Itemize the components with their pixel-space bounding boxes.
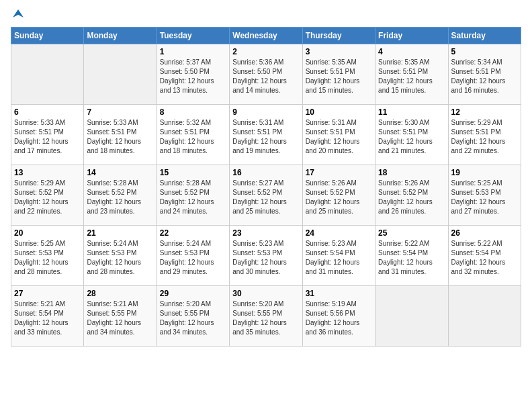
day-number: 18 — [378, 168, 445, 177]
day-info: Sunrise: 5:34 AM Sunset: 5:51 PM Dayligh… — [451, 58, 518, 95]
week-row-2: 6Sunrise: 5:33 AM Sunset: 5:51 PM Daylig… — [11, 105, 521, 165]
day-number: 14 — [87, 168, 153, 177]
col-header-wednesday: Wednesday — [230, 28, 302, 44]
col-header-sunday: Sunday — [11, 28, 84, 44]
day-cell: 21Sunrise: 5:24 AM Sunset: 5:53 PM Dayli… — [84, 226, 157, 286]
col-header-thursday: Thursday — [302, 28, 375, 44]
day-cell: 20Sunrise: 5:25 AM Sunset: 5:53 PM Dayli… — [11, 226, 84, 286]
day-cell: 15Sunrise: 5:28 AM Sunset: 5:52 PM Dayli… — [157, 165, 229, 226]
day-number: 17 — [306, 168, 372, 177]
day-cell: 5Sunrise: 5:34 AM Sunset: 5:51 PM Daylig… — [448, 44, 521, 105]
day-number: 26 — [451, 228, 518, 238]
day-cell: 3Sunrise: 5:35 AM Sunset: 5:51 PM Daylig… — [302, 44, 375, 105]
day-number: 4 — [378, 47, 445, 56]
day-number: 31 — [306, 289, 372, 298]
week-row-3: 13Sunrise: 5:29 AM Sunset: 5:52 PM Dayli… — [11, 165, 521, 226]
header — [11, 11, 521, 20]
day-cell: 22Sunrise: 5:24 AM Sunset: 5:53 PM Dayli… — [157, 226, 229, 286]
day-number: 28 — [87, 289, 153, 298]
day-number: 6 — [14, 107, 81, 117]
day-info: Sunrise: 5:21 AM Sunset: 5:54 PM Dayligh… — [14, 300, 81, 337]
day-number: 8 — [160, 107, 226, 117]
day-cell: 18Sunrise: 5:26 AM Sunset: 5:52 PM Dayli… — [375, 165, 448, 226]
day-info: Sunrise: 5:26 AM Sunset: 5:52 PM Dayligh… — [306, 179, 372, 216]
day-cell: 9Sunrise: 5:31 AM Sunset: 5:51 PM Daylig… — [230, 105, 302, 165]
day-info: Sunrise: 5:29 AM Sunset: 5:51 PM Dayligh… — [451, 118, 518, 156]
day-cell: 2Sunrise: 5:36 AM Sunset: 5:50 PM Daylig… — [230, 44, 302, 105]
day-cell: 17Sunrise: 5:26 AM Sunset: 5:52 PM Dayli… — [302, 165, 375, 226]
day-info: Sunrise: 5:30 AM Sunset: 5:51 PM Dayligh… — [378, 118, 445, 156]
day-cell — [375, 286, 448, 347]
day-cell — [11, 44, 84, 105]
day-number: 2 — [232, 47, 299, 56]
day-info: Sunrise: 5:33 AM Sunset: 5:51 PM Dayligh… — [87, 118, 153, 156]
day-number: 11 — [378, 107, 445, 117]
day-info: Sunrise: 5:35 AM Sunset: 5:51 PM Dayligh… — [378, 58, 445, 95]
day-info: Sunrise: 5:35 AM Sunset: 5:51 PM Dayligh… — [306, 58, 372, 95]
day-cell: 11Sunrise: 5:30 AM Sunset: 5:51 PM Dayli… — [375, 105, 448, 165]
col-header-tuesday: Tuesday — [157, 28, 229, 44]
day-cell: 7Sunrise: 5:33 AM Sunset: 5:51 PM Daylig… — [84, 105, 157, 165]
day-info: Sunrise: 5:33 AM Sunset: 5:51 PM Dayligh… — [14, 118, 81, 156]
day-info: Sunrise: 5:21 AM Sunset: 5:55 PM Dayligh… — [87, 300, 153, 337]
day-cell — [448, 286, 521, 347]
day-number: 30 — [232, 289, 299, 298]
day-cell: 12Sunrise: 5:29 AM Sunset: 5:51 PM Dayli… — [448, 105, 521, 165]
logo-bird-icon — [11, 8, 25, 21]
day-cell: 31Sunrise: 5:19 AM Sunset: 5:56 PM Dayli… — [302, 286, 375, 347]
day-info: Sunrise: 5:29 AM Sunset: 5:52 PM Dayligh… — [14, 179, 81, 216]
day-info: Sunrise: 5:31 AM Sunset: 5:51 PM Dayligh… — [306, 118, 372, 156]
day-cell: 23Sunrise: 5:23 AM Sunset: 5:53 PM Dayli… — [230, 226, 302, 286]
day-info: Sunrise: 5:36 AM Sunset: 5:50 PM Dayligh… — [232, 58, 299, 95]
day-cell: 1Sunrise: 5:37 AM Sunset: 5:50 PM Daylig… — [157, 44, 229, 105]
day-cell: 26Sunrise: 5:22 AM Sunset: 5:54 PM Dayli… — [448, 226, 521, 286]
day-cell: 14Sunrise: 5:28 AM Sunset: 5:52 PM Dayli… — [84, 165, 157, 226]
day-number: 13 — [14, 168, 81, 177]
col-header-saturday: Saturday — [448, 28, 521, 44]
day-number: 3 — [306, 47, 372, 56]
col-header-friday: Friday — [375, 28, 448, 44]
day-info: Sunrise: 5:37 AM Sunset: 5:50 PM Dayligh… — [160, 58, 226, 95]
day-info: Sunrise: 5:26 AM Sunset: 5:52 PM Dayligh… — [378, 179, 445, 216]
day-cell: 19Sunrise: 5:25 AM Sunset: 5:53 PM Dayli… — [448, 165, 521, 226]
day-number: 29 — [160, 289, 226, 298]
week-row-4: 20Sunrise: 5:25 AM Sunset: 5:53 PM Dayli… — [11, 226, 521, 286]
day-info: Sunrise: 5:24 AM Sunset: 5:53 PM Dayligh… — [87, 239, 153, 277]
day-cell: 25Sunrise: 5:22 AM Sunset: 5:54 PM Dayli… — [375, 226, 448, 286]
day-number: 22 — [160, 228, 226, 238]
day-number: 1 — [160, 47, 226, 56]
day-number: 10 — [306, 107, 372, 117]
day-cell: 24Sunrise: 5:23 AM Sunset: 5:54 PM Dayli… — [302, 226, 375, 286]
day-info: Sunrise: 5:28 AM Sunset: 5:52 PM Dayligh… — [87, 179, 153, 216]
col-header-monday: Monday — [84, 28, 157, 44]
day-info: Sunrise: 5:24 AM Sunset: 5:53 PM Dayligh… — [160, 239, 226, 277]
day-number: 12 — [451, 107, 518, 117]
day-cell: 8Sunrise: 5:32 AM Sunset: 5:51 PM Daylig… — [157, 105, 229, 165]
logo — [11, 11, 25, 20]
day-number: 9 — [232, 107, 299, 117]
day-cell: 4Sunrise: 5:35 AM Sunset: 5:51 PM Daylig… — [375, 44, 448, 105]
day-number: 27 — [14, 289, 81, 298]
day-number: 19 — [451, 168, 518, 177]
day-number: 15 — [160, 168, 226, 177]
day-cell: 30Sunrise: 5:20 AM Sunset: 5:55 PM Dayli… — [230, 286, 302, 347]
day-number: 21 — [87, 228, 153, 238]
day-info: Sunrise: 5:23 AM Sunset: 5:53 PM Dayligh… — [232, 239, 299, 277]
day-cell: 28Sunrise: 5:21 AM Sunset: 5:55 PM Dayli… — [84, 286, 157, 347]
day-cell: 10Sunrise: 5:31 AM Sunset: 5:51 PM Dayli… — [302, 105, 375, 165]
day-info: Sunrise: 5:32 AM Sunset: 5:51 PM Dayligh… — [160, 118, 226, 156]
day-cell: 16Sunrise: 5:27 AM Sunset: 5:52 PM Dayli… — [230, 165, 302, 226]
day-info: Sunrise: 5:23 AM Sunset: 5:54 PM Dayligh… — [306, 239, 372, 277]
day-info: Sunrise: 5:28 AM Sunset: 5:52 PM Dayligh… — [160, 179, 226, 216]
day-cell: 6Sunrise: 5:33 AM Sunset: 5:51 PM Daylig… — [11, 105, 84, 165]
svg-marker-0 — [13, 9, 24, 17]
day-number: 7 — [87, 107, 153, 117]
day-number: 20 — [14, 228, 81, 238]
calendar-table: SundayMondayTuesdayWednesdayThursdayFrid… — [11, 27, 521, 347]
day-info: Sunrise: 5:25 AM Sunset: 5:53 PM Dayligh… — [14, 239, 81, 277]
week-row-5: 27Sunrise: 5:21 AM Sunset: 5:54 PM Dayli… — [11, 286, 521, 347]
day-info: Sunrise: 5:27 AM Sunset: 5:52 PM Dayligh… — [232, 179, 299, 216]
day-number: 16 — [232, 168, 299, 177]
day-number: 5 — [451, 47, 518, 56]
day-info: Sunrise: 5:19 AM Sunset: 5:56 PM Dayligh… — [306, 300, 372, 337]
